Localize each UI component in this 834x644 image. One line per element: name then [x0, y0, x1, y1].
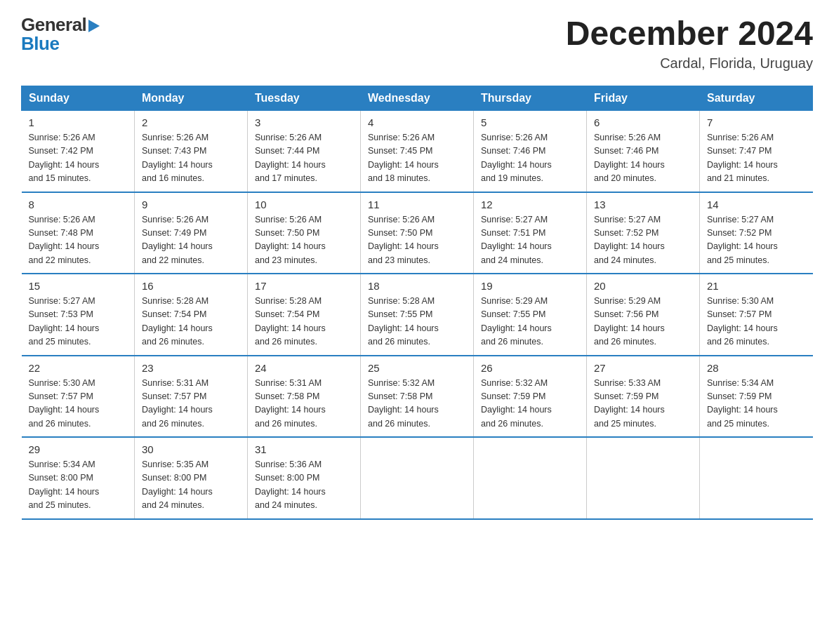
day-info: Sunrise: 5:31 AMSunset: 7:57 PMDaylight:… — [142, 378, 213, 429]
calendar-week-row: 29 Sunrise: 5:34 AMSunset: 8:00 PMDaylig… — [22, 437, 813, 519]
col-tuesday: Tuesday — [248, 86, 361, 111]
table-row: 9 Sunrise: 5:26 AMSunset: 7:49 PMDayligh… — [135, 192, 248, 274]
day-info: Sunrise: 5:26 AMSunset: 7:50 PMDaylight:… — [255, 215, 326, 265]
calendar-week-row: 15 Sunrise: 5:27 AMSunset: 7:53 PMDaylig… — [22, 274, 813, 356]
day-info: Sunrise: 5:26 AMSunset: 7:47 PMDaylight:… — [707, 133, 778, 183]
table-row — [700, 437, 813, 519]
day-number: 5 — [481, 116, 579, 128]
day-number: 9 — [142, 199, 240, 210]
table-row — [361, 437, 474, 519]
day-number: 21 — [707, 280, 806, 292]
calendar-week-row: 8 Sunrise: 5:26 AMSunset: 7:48 PMDayligh… — [22, 192, 813, 274]
day-number: 4 — [368, 116, 466, 128]
col-friday: Friday — [587, 86, 700, 111]
day-info: Sunrise: 5:32 AMSunset: 7:59 PMDaylight:… — [481, 378, 552, 429]
day-info: Sunrise: 5:34 AMSunset: 8:00 PMDaylight:… — [29, 459, 100, 510]
day-number: 22 — [29, 362, 128, 374]
day-info: Sunrise: 5:26 AMSunset: 7:43 PMDaylight:… — [142, 133, 213, 183]
day-info: Sunrise: 5:26 AMSunset: 7:46 PMDaylight:… — [481, 133, 552, 183]
day-number: 10 — [255, 199, 353, 210]
col-monday: Monday — [135, 86, 248, 111]
col-thursday: Thursday — [474, 86, 587, 111]
day-number: 20 — [594, 280, 692, 292]
table-row: 22 Sunrise: 5:30 AMSunset: 7:57 PMDaylig… — [22, 356, 135, 438]
day-number: 27 — [594, 362, 692, 374]
col-saturday: Saturday — [700, 86, 813, 111]
day-info: Sunrise: 5:35 AMSunset: 8:00 PMDaylight:… — [142, 459, 213, 510]
table-row — [474, 437, 587, 519]
day-info: Sunrise: 5:28 AMSunset: 7:54 PMDaylight:… — [142, 296, 213, 347]
logo-triangle-icon — [88, 20, 100, 32]
day-number: 17 — [255, 280, 353, 292]
day-number: 11 — [368, 199, 466, 210]
day-info: Sunrise: 5:27 AMSunset: 7:51 PMDaylight:… — [481, 215, 552, 265]
day-number: 28 — [707, 362, 806, 374]
table-row: 10 Sunrise: 5:26 AMSunset: 7:50 PMDaylig… — [248, 192, 361, 274]
location-title: Cardal, Florida, Uruguay — [566, 55, 813, 72]
table-row: 23 Sunrise: 5:31 AMSunset: 7:57 PMDaylig… — [135, 356, 248, 438]
calendar-week-row: 1 Sunrise: 5:26 AMSunset: 7:42 PMDayligh… — [22, 111, 813, 192]
table-row: 14 Sunrise: 5:27 AMSunset: 7:52 PMDaylig… — [700, 192, 813, 274]
table-row: 1 Sunrise: 5:26 AMSunset: 7:42 PMDayligh… — [22, 111, 135, 192]
page-header: General Blue December 2024 Cardal, Flori… — [21, 14, 813, 72]
day-number: 12 — [481, 199, 579, 210]
day-info: Sunrise: 5:29 AMSunset: 7:56 PMDaylight:… — [594, 296, 665, 347]
table-row: 4 Sunrise: 5:26 AMSunset: 7:45 PMDayligh… — [361, 111, 474, 192]
month-title: December 2024 — [566, 14, 813, 53]
table-row: 16 Sunrise: 5:28 AMSunset: 7:54 PMDaylig… — [135, 274, 248, 356]
table-row: 6 Sunrise: 5:26 AMSunset: 7:46 PMDayligh… — [587, 111, 700, 192]
day-info: Sunrise: 5:34 AMSunset: 7:59 PMDaylight:… — [707, 378, 778, 429]
day-number: 26 — [481, 362, 579, 374]
day-info: Sunrise: 5:27 AMSunset: 7:52 PMDaylight:… — [707, 215, 778, 265]
day-number: 19 — [481, 280, 579, 292]
table-row: 30 Sunrise: 5:35 AMSunset: 8:00 PMDaylig… — [135, 437, 248, 519]
table-row: 25 Sunrise: 5:32 AMSunset: 7:58 PMDaylig… — [361, 356, 474, 438]
day-info: Sunrise: 5:36 AMSunset: 8:00 PMDaylight:… — [255, 459, 326, 510]
table-row: 31 Sunrise: 5:36 AMSunset: 8:00 PMDaylig… — [248, 437, 361, 519]
calendar-title-area: December 2024 Cardal, Florida, Uruguay — [566, 14, 813, 72]
day-info: Sunrise: 5:32 AMSunset: 7:58 PMDaylight:… — [368, 378, 439, 429]
day-number: 8 — [29, 199, 128, 210]
day-number: 2 — [142, 116, 240, 128]
table-row: 21 Sunrise: 5:30 AMSunset: 7:57 PMDaylig… — [700, 274, 813, 356]
table-row: 20 Sunrise: 5:29 AMSunset: 7:56 PMDaylig… — [587, 274, 700, 356]
day-number: 15 — [29, 280, 128, 292]
table-row: 15 Sunrise: 5:27 AMSunset: 7:53 PMDaylig… — [22, 274, 135, 356]
calendar-week-row: 22 Sunrise: 5:30 AMSunset: 7:57 PMDaylig… — [22, 356, 813, 438]
logo: General Blue — [21, 14, 100, 55]
day-number: 14 — [707, 199, 806, 210]
table-row: 3 Sunrise: 5:26 AMSunset: 7:44 PMDayligh… — [248, 111, 361, 192]
day-info: Sunrise: 5:26 AMSunset: 7:46 PMDaylight:… — [594, 133, 665, 183]
day-number: 30 — [142, 443, 240, 455]
table-row: 12 Sunrise: 5:27 AMSunset: 7:51 PMDaylig… — [474, 192, 587, 274]
day-info: Sunrise: 5:28 AMSunset: 7:55 PMDaylight:… — [368, 296, 439, 347]
day-info: Sunrise: 5:27 AMSunset: 7:52 PMDaylight:… — [594, 215, 665, 265]
day-number: 7 — [707, 116, 806, 128]
calendar-table: Sunday Monday Tuesday Wednesday Thursday… — [21, 86, 813, 520]
calendar-header-row: Sunday Monday Tuesday Wednesday Thursday… — [22, 86, 813, 111]
day-number: 24 — [255, 362, 353, 374]
table-row: 27 Sunrise: 5:33 AMSunset: 7:59 PMDaylig… — [587, 356, 700, 438]
day-number: 1 — [29, 116, 128, 128]
table-row: 7 Sunrise: 5:26 AMSunset: 7:47 PMDayligh… — [700, 111, 813, 192]
day-info: Sunrise: 5:26 AMSunset: 7:42 PMDaylight:… — [29, 133, 100, 183]
table-row: 11 Sunrise: 5:26 AMSunset: 7:50 PMDaylig… — [361, 192, 474, 274]
day-number: 6 — [594, 116, 692, 128]
table-row: 13 Sunrise: 5:27 AMSunset: 7:52 PMDaylig… — [587, 192, 700, 274]
day-number: 16 — [142, 280, 240, 292]
logo-blue-text: Blue — [21, 33, 59, 55]
day-info: Sunrise: 5:28 AMSunset: 7:54 PMDaylight:… — [255, 296, 326, 347]
day-info: Sunrise: 5:26 AMSunset: 7:49 PMDaylight:… — [142, 215, 213, 265]
day-info: Sunrise: 5:27 AMSunset: 7:53 PMDaylight:… — [29, 296, 100, 347]
day-number: 25 — [368, 362, 466, 374]
day-number: 31 — [255, 443, 353, 455]
day-info: Sunrise: 5:33 AMSunset: 7:59 PMDaylight:… — [594, 378, 665, 429]
day-info: Sunrise: 5:30 AMSunset: 7:57 PMDaylight:… — [707, 296, 778, 347]
table-row — [587, 437, 700, 519]
table-row: 2 Sunrise: 5:26 AMSunset: 7:43 PMDayligh… — [135, 111, 248, 192]
day-info: Sunrise: 5:30 AMSunset: 7:57 PMDaylight:… — [29, 378, 100, 429]
day-info: Sunrise: 5:26 AMSunset: 7:50 PMDaylight:… — [368, 215, 439, 265]
day-info: Sunrise: 5:26 AMSunset: 7:45 PMDaylight:… — [368, 133, 439, 183]
day-number: 29 — [29, 443, 128, 455]
table-row: 17 Sunrise: 5:28 AMSunset: 7:54 PMDaylig… — [248, 274, 361, 356]
